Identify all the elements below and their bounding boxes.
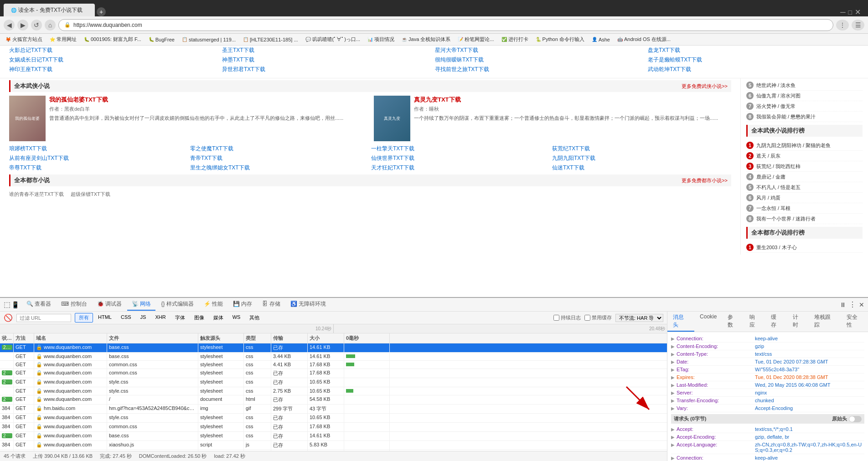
book-link[interactable]: 老子是癞蛤蟆TXT下载 bbox=[648, 56, 859, 64]
bookmark-item[interactable]: 📊项目情况 bbox=[365, 35, 397, 44]
bookmark-item[interactable]: 🤖Android OS 在线源... bbox=[615, 35, 673, 44]
rank-text[interactable]: 九阴九阳之阴阳神功 / 聚猫的老鱼 bbox=[756, 142, 831, 149]
rank-text[interactable]: 绝世武神 / 淡水鱼 bbox=[756, 82, 796, 89]
book-link[interactable]: 从前有座灵剑山TXT下载 bbox=[9, 154, 188, 162]
header-expand-icon[interactable]: ▶ bbox=[671, 427, 675, 432]
bookmark-item[interactable]: ☕Java 全栈知识体系 bbox=[399, 35, 453, 44]
tab-cache[interactable]: 缓存 bbox=[765, 312, 787, 332]
wuxia-more-link[interactable]: 更多免费武侠小说>> bbox=[682, 83, 728, 90]
url-filter-input[interactable] bbox=[16, 314, 71, 322]
book-link[interactable]: 青帝TXT下载 bbox=[190, 154, 369, 162]
bookmark-item[interactable]: 📝粉笔网盟论... bbox=[455, 35, 496, 44]
filter-font[interactable]: 字体 bbox=[171, 313, 189, 323]
header-expand-icon[interactable]: ▶ bbox=[671, 456, 675, 461]
tab-params[interactable]: 参数 bbox=[722, 312, 744, 332]
book-link[interactable]: 琅琊榜TXT下载 bbox=[9, 145, 188, 153]
rank-text[interactable]: 荻荒纪 / 我吃西红柿 bbox=[756, 163, 801, 170]
book-link[interactable]: 里生之魄绑媳女TXT下载 bbox=[190, 164, 369, 172]
city-more-link[interactable]: 更多免费都市小说>> bbox=[682, 177, 728, 184]
book-link[interactable]: 天才狂妃TXT下载 bbox=[371, 164, 550, 172]
devtools-close-button[interactable]: ✕ bbox=[859, 301, 864, 308]
book-link[interactable]: 星河大帝TXT下载 bbox=[435, 46, 646, 54]
book-link[interactable]: 圣王TXT下载 bbox=[222, 46, 433, 54]
tab-storage[interactable]: 🗄 存储 bbox=[258, 298, 284, 311]
filter-media[interactable]: 媒体 bbox=[209, 313, 227, 323]
filter-image[interactable]: 图像 bbox=[190, 313, 208, 323]
tab-accessibility[interactable]: ♿ 无障碍环境 bbox=[286, 298, 331, 311]
tab-cookies[interactable]: Cookie bbox=[694, 312, 722, 332]
rank-text[interactable]: 不朽凡人 / 悟是老五 bbox=[756, 184, 801, 191]
disable-cache-label[interactable]: 禁用缓存 bbox=[584, 314, 612, 321]
browser-tab[interactable]: 🌐 读全本 - 免费TXT小说下载 bbox=[4, 4, 95, 16]
rank-text[interactable]: 一念永恒 / 耳根 bbox=[756, 205, 790, 212]
throttle-select[interactable]: 不节流: HAR 导 bbox=[615, 314, 663, 322]
filter-other[interactable]: 其他 bbox=[245, 313, 264, 323]
book-link[interactable]: 神印王座TXT下载 bbox=[9, 66, 220, 73]
rank-text[interactable]: 仙傲九霄 / 溶水河图 bbox=[756, 92, 801, 99]
book-link[interactable]: 寻找前世之旅TXT下载 bbox=[435, 66, 646, 73]
rank-text[interactable]: 浴火焚神 / 傲无常 bbox=[756, 103, 796, 110]
filter-css[interactable]: CSS bbox=[117, 313, 135, 323]
close-button[interactable]: ✕ bbox=[855, 8, 861, 16]
tab-stack[interactable]: 堆栈跟踪 bbox=[809, 312, 841, 332]
book-link[interactable]: 仙迷TXT下载 bbox=[552, 164, 731, 172]
maximize-button[interactable]: □ bbox=[848, 9, 852, 16]
rank-text[interactable]: 我有一个小世界 / 迷路行者 bbox=[756, 215, 816, 222]
bookmark-item[interactable]: 🐛0001905: 财富九郎 F... bbox=[81, 35, 144, 44]
header-expand-icon[interactable]: ▶ bbox=[671, 442, 675, 447]
book-link[interactable]: 女娲成长日记TXT下载 bbox=[9, 56, 220, 64]
tab-headers[interactable]: 消息头 bbox=[667, 312, 694, 332]
table-row[interactable]: 200 GET 🔒 www.duquanben.com base.css sty… bbox=[0, 343, 667, 353]
rank-text[interactable]: 重生2003 / 木子心 bbox=[756, 244, 797, 251]
book-link[interactable]: 很纯很暧昧TXT下载 bbox=[435, 56, 646, 64]
table-row[interactable]: 200 GET 🔒 www.duquanben.com common.css s… bbox=[0, 369, 667, 378]
tab-response[interactable]: 响应 bbox=[744, 312, 765, 332]
tab-timing[interactable]: 计时 bbox=[787, 312, 809, 332]
bookmark-item[interactable]: 💬叽叽喳喳(ﾟ∀ﾟ)っ口... bbox=[303, 35, 363, 44]
book-link[interactable]: 一柱擎天TXT下载 bbox=[371, 145, 550, 153]
header-expand-icon[interactable]: ▶ bbox=[671, 352, 675, 357]
book-link[interactable]: 武动乾坤TXT下载 bbox=[648, 66, 859, 73]
book-link[interactable]: 零之使魔TXT下载 bbox=[190, 145, 369, 153]
minimize-button[interactable]: ─ bbox=[840, 8, 845, 16]
header-expand-icon[interactable]: ▶ bbox=[671, 435, 675, 440]
tab-debugger[interactable]: 🐞 调试器 bbox=[93, 298, 126, 311]
header-expand-icon[interactable]: ▶ bbox=[671, 375, 675, 380]
devtools-more-button[interactable]: ⋮ bbox=[849, 300, 856, 309]
table-row[interactable]: GET 🔒 www.duquanben.com base.css stylesh… bbox=[0, 353, 667, 361]
filter-html[interactable]: HTML bbox=[94, 313, 116, 323]
bookmark-item[interactable]: 📋[HLTE230E11-185] ... bbox=[240, 36, 301, 43]
new-tab-button[interactable]: + bbox=[97, 7, 106, 16]
table-row[interactable]: 384 GET 🔒 hm.baidu.com hm.gif?hca=453A52… bbox=[0, 405, 667, 414]
book-link[interactable]: 仙侠世界TXT下载 bbox=[371, 154, 550, 162]
header-expand-icon[interactable]: ▶ bbox=[671, 367, 675, 372]
tab-console[interactable]: ⌨ 控制台 bbox=[57, 298, 91, 311]
book-link[interactable]: 荻荒纪TXT下载 bbox=[552, 145, 731, 153]
bookmark-item[interactable]: 📋statusmerged | 119... bbox=[179, 36, 238, 43]
devtools-pause-button[interactable]: ⏸ bbox=[840, 301, 846, 308]
menu-button[interactable]: ☰ bbox=[852, 20, 864, 31]
book-link[interactable]: 异世邪君TXT下载 bbox=[222, 66, 433, 73]
forward-button[interactable]: ▶ bbox=[17, 20, 28, 31]
bookmark-item[interactable]: 🦊火狐官方站点 bbox=[3, 35, 45, 44]
devtools-inspect-button[interactable]: ⬚ bbox=[4, 300, 10, 309]
rank-text[interactable]: 鹿鼎记 / 金庸 bbox=[756, 174, 785, 180]
bookmark-item[interactable]: 👤Ashe bbox=[589, 36, 613, 43]
header-expand-icon[interactable]: ▶ bbox=[671, 359, 675, 364]
table-row[interactable]: 384 GET 🔒 www.duquanben.com xiaoshuo.js … bbox=[0, 441, 667, 450]
table-row[interactable]: 200 GET 🔒 www.duquanben.com style.css st… bbox=[0, 378, 667, 387]
book-title-1[interactable]: 我的孤仙老婆TXT下载 bbox=[49, 96, 367, 104]
address-bar[interactable]: 🔒 https://www.duquanben.com bbox=[58, 19, 833, 31]
book-title-2[interactable]: 真灵九变TXT下载 bbox=[414, 96, 731, 104]
tab-network[interactable]: 📡 网络 bbox=[127, 298, 155, 311]
filter-ws[interactable]: WS bbox=[228, 313, 245, 323]
book-link[interactable]: 帝尊TXT下载 bbox=[9, 164, 188, 172]
devtools-responsive-button[interactable]: 📱 bbox=[11, 301, 19, 308]
book-link[interactable]: 九阴九阳TXT下载 bbox=[552, 154, 731, 162]
table-row[interactable]: GET 🔒 www.duquanben.com style.css styles… bbox=[0, 387, 667, 395]
rank-text[interactable]: 风月 / 鸡蛋 bbox=[756, 195, 780, 201]
tab-style-editor[interactable]: {} 样式编辑器 bbox=[156, 298, 198, 311]
table-row[interactable]: GET 🔒 www.duquanben.com common.css style… bbox=[0, 361, 667, 369]
clear-network-button[interactable]: 🚫 bbox=[4, 313, 13, 322]
header-expand-icon[interactable]: ▶ bbox=[671, 406, 675, 411]
